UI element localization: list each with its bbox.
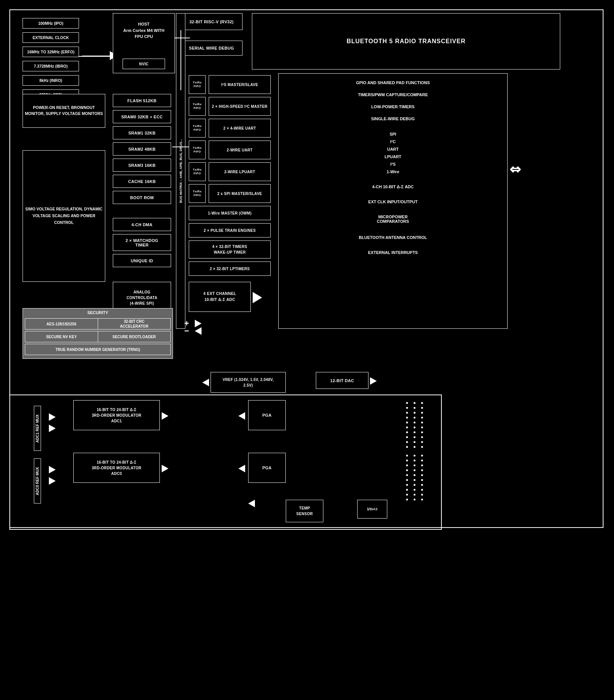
- dot-col-1: [406, 402, 408, 448]
- extclk-label: EXT CLK INPUT/OUTPUT: [279, 200, 507, 204]
- clock-100mhz: 100MHz (IPO): [23, 18, 79, 29]
- temp-sensor-box: TEMPSENSOR: [286, 500, 323, 522]
- uart-label: UART: [279, 147, 507, 151]
- line-mem-bus: [172, 147, 189, 147]
- sram2-box: SRAM2 48KB: [113, 142, 171, 156]
- low-power-timers-label: LOW-POWER TIMERS: [279, 104, 507, 109]
- pga0-box: PGA: [248, 453, 286, 483]
- gpio-label: GPIO AND SHARED PAD FUNCTIONS: [279, 80, 507, 85]
- sram3-box: SRAM3 16KB: [113, 159, 171, 172]
- fifo-i2c-box: Tx/RxFIFO: [189, 97, 206, 116]
- sram1-box: SRAM1 32KB: [113, 126, 171, 139]
- host-cpu-box: HOSTArm Cortex M4 WITHFPU CPU NVIC: [113, 13, 175, 73]
- comparators-label: MICROPOWERCOMPARATORS: [279, 215, 507, 224]
- security-section: SECURITY AES-128/192/256 32-BIT CRCACCEL…: [23, 308, 173, 359]
- adc1-modulator-box: 16-BIT TO 24-BIT Δ-Σ3RD-ORDER MODULATORA…: [73, 400, 160, 430]
- security-title: SECURITY: [23, 310, 173, 315]
- i2s-box: I²S MASTER/SLAVE: [209, 75, 271, 94]
- plus-tri: [195, 320, 202, 327]
- spi-box: 2 x SPI MASTER/SLAVE: [209, 184, 271, 203]
- line-riscv-bus: [180, 30, 181, 90]
- fifo-uart4-box: Tx/RxFIFO: [189, 119, 206, 138]
- dot-col-6: [421, 455, 423, 500]
- sram0-box: SRAM0 32KB + ECC: [113, 110, 171, 123]
- clock-ext: EXTERNAL CLOCK: [23, 32, 79, 43]
- adc1-tri1: [49, 413, 56, 421]
- swd-box: SERIAL WIRE DEBUG: [180, 41, 243, 56]
- pte-box: 2 × PULSE TRAIN ENGINES: [189, 223, 271, 237]
- fifo-uart2-box: Tx/RxFIFO: [189, 141, 206, 159]
- i2s-label: I²S: [279, 162, 507, 166]
- cache-box: CACHE 16KB: [113, 175, 171, 188]
- flash-box: FLASH 512KB: [113, 94, 171, 107]
- minus-arrow: −: [184, 326, 189, 336]
- adc0-mod-arrow: [162, 465, 168, 472]
- vbias-box: VBIAS: [357, 500, 387, 519]
- adc-arrow-right: [253, 292, 262, 303]
- adc-label: 4-CH 10-BIT Δ-Σ ADC: [279, 184, 507, 189]
- adc1-mod-arrow: [162, 412, 168, 420]
- line-host-bus: [175, 38, 190, 38]
- gpio-section: GPIO AND SHARED PAD FUNCTIONS TIMERS/PWM…: [278, 73, 508, 329]
- watchdog-box: 2 × WATCHDOGTIMER: [113, 234, 171, 251]
- security-row2: SECURE NV KEY SECURE BOOTLOADER: [25, 331, 171, 342]
- trng-label: TRUE RANDOM NUMBER GENERATOR (TRNG): [55, 348, 140, 352]
- bluetooth-box: BLUETOOTH 5 RADIO TRANSCEIVER: [252, 13, 560, 70]
- dot-col-2: [414, 402, 415, 448]
- i2c-label: I²C: [279, 139, 507, 144]
- i2c-box: 2 × HIGH-SPEED I²C MASTER: [209, 97, 271, 116]
- uart2-box: 2-WIRE UART: [209, 141, 271, 159]
- riscv-box: 32-BIT RISC-V (RV32): [180, 13, 243, 30]
- timers-pwm-label: TIMERS/PWM CAPTURE/COMPARE: [279, 92, 507, 97]
- clock-ibro: 7.3728MHz (IBRO): [23, 61, 79, 71]
- line-clock-host: [79, 56, 112, 57]
- simo-box: SIMO VOLTAGE REGULATION, DYNAMIC VOLTAGE…: [23, 150, 105, 282]
- swd-label: SINGLE-WIRE DEBUG: [279, 116, 507, 121]
- dot-col-4: [406, 455, 408, 500]
- power-reset-box: POWER-ON RESET, BROWNOUT MONITOR, SUPPLY…: [23, 94, 105, 128]
- security-row3: TRUE RANDOM NUMBER GENERATOR (TRNG): [25, 344, 171, 355]
- dac-box: 12-BIT DAC: [316, 372, 368, 389]
- ext-int-label: EXTERNAL INTERRUPTS: [279, 250, 507, 255]
- fifo-i2s-box: Tx/RxFIFO: [189, 75, 206, 94]
- security-row1: AES-128/192/256 32-BIT CRCACCELERATOR: [25, 318, 171, 330]
- owm-box: 1-Wire MASTER (OWM): [189, 206, 271, 220]
- pga0-arrow-left: [238, 465, 245, 472]
- dbl-arrow-icon: ⇔: [509, 162, 521, 177]
- timers-box: 4 × 32-BIT TIMERSWAKE-UP TIMER: [189, 240, 271, 259]
- aes-label: AES-128/192/256: [25, 319, 98, 329]
- dot-col-5: [414, 455, 415, 500]
- adc-4ext-box: 4 EXT CHANNEL10-BIT Δ-Σ ADC: [189, 282, 251, 312]
- lpuart-box: 2-WIRE LPUART: [209, 162, 271, 181]
- bootrom-box: BOOT ROM: [113, 191, 171, 204]
- secure-nv-label: SECURE NV KEY: [25, 331, 98, 342]
- clock-erfo: 16MHz TO 32MHz (ERFO): [23, 47, 79, 57]
- spi-label: SPI: [279, 132, 507, 136]
- dac-arrow: [370, 377, 377, 385]
- line-bus-mem: [172, 105, 173, 256]
- fifo-spi-box: Tx/RxFIFO: [189, 184, 206, 203]
- secure-boot-label: SECURE BOOTLOADER: [98, 331, 171, 342]
- adc0-modulator-box: 16-BIT TO 24-BIT Δ-Σ3RD-ORDER MODULATORA…: [73, 453, 160, 483]
- onewire-label: 1-Wire: [279, 169, 507, 174]
- dma-box: 4-CH DMA: [113, 218, 171, 231]
- bt-antenna-label: BLUETOOTH ANTENNA CONTROL: [279, 235, 507, 240]
- nvic-box: NVIC: [123, 59, 165, 69]
- adc0-tri2: [49, 477, 56, 485]
- dot-col-3: [421, 402, 423, 448]
- fifo-lpuart-box: Tx/RxFIFO: [189, 162, 206, 181]
- main-container: 100MHz (IPO) EXTERNAL CLOCK 16MHz TO 32M…: [0, 0, 614, 700]
- adc0-tri1: [49, 466, 56, 473]
- lpuart-label: LPUART: [279, 154, 507, 159]
- uniqueid-box: UNIQUE ID: [113, 254, 171, 267]
- vref-box: VREF (1.024V, 1.5V, 2.048V,2.5V): [211, 372, 286, 393]
- uart4-box: 2 × 4-WIRE UART: [209, 119, 271, 138]
- clock-inro: 8kHz (INRO): [23, 75, 79, 86]
- crc-label: 32-BIT CRCACCELERATOR: [98, 319, 171, 329]
- adc1-ref-mux-label: ADC1 REF MUX: [34, 406, 41, 451]
- pga1-box: PGA: [248, 400, 286, 430]
- lptimers-box: 2 × 32-BIT LPTIMERS: [189, 262, 271, 276]
- minus-tri: [195, 327, 202, 335]
- pga0-arrow-down: [248, 500, 255, 507]
- pga1-arrow-left: [238, 412, 245, 420]
